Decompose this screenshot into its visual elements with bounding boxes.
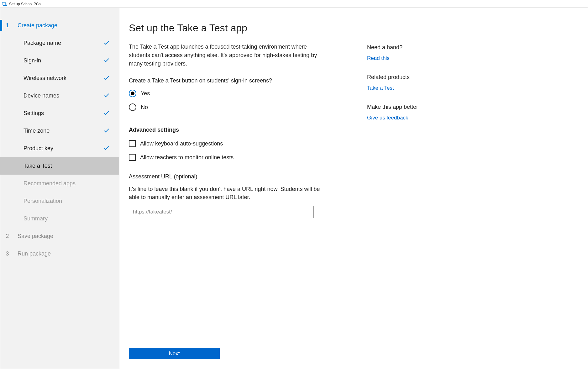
subitem-recommended-apps[interactable]: Recommended apps [0, 175, 119, 192]
advanced-settings-heading: Advanced settings [129, 127, 323, 133]
radio-circle-icon [129, 103, 136, 111]
assessment-url-note: It's fine to leave this blank if you don… [129, 185, 323, 201]
related-link-take-a-test[interactable]: Take a Test [367, 85, 455, 91]
subitem-take-a-test[interactable]: Take a Test [0, 157, 119, 175]
subitem-personalization[interactable]: Personalization [0, 192, 119, 210]
feedback-heading: Make this app better [367, 104, 455, 110]
page-description: The Take a Test app launches a focused t… [129, 43, 323, 68]
help-heading: Need a hand? [367, 44, 455, 51]
checkmark-icon [103, 128, 110, 134]
step-3-run-package[interactable]: 3 Run package [0, 245, 119, 262]
subitem-package-name[interactable]: Package name [0, 34, 119, 52]
svg-rect-1 [3, 5, 5, 6]
subitem-time-zone[interactable]: Time zone [0, 122, 119, 140]
subitem-sign-in[interactable]: Sign-in [0, 52, 119, 69]
wizard-sidebar: 1 Create package Package name Sign-in Wi… [0, 8, 119, 369]
step-2-save-package[interactable]: 2 Save package [0, 227, 119, 245]
next-button[interactable]: Next [129, 348, 220, 359]
checkmark-icon [103, 40, 110, 46]
main-panel: Set up the Take a Test app The Take a Te… [119, 8, 588, 369]
checkmark-icon [103, 145, 110, 151]
create-button-radio-group: Yes No [129, 90, 323, 117]
checkmark-icon [103, 92, 110, 99]
app-window: Set up School PCs 1 Create package Packa… [0, 0, 588, 369]
radio-question: Create a Take a Test button on students'… [129, 77, 323, 84]
subitem-settings[interactable]: Settings [0, 104, 119, 122]
checkbox-box-icon [129, 154, 136, 161]
checkbox-allow-keyboard-suggestions[interactable]: Allow keyboard auto-suggestions [129, 140, 323, 147]
subitem-wireless-network[interactable]: Wireless network [0, 69, 119, 87]
radio-yes[interactable]: Yes [129, 90, 323, 97]
checkmark-icon [103, 75, 110, 81]
app-icon [2, 2, 7, 6]
related-products-heading: Related products [367, 74, 455, 81]
feedback-link[interactable]: Give us feedback [367, 115, 455, 121]
title-bar: Set up School PCs [0, 0, 588, 8]
radio-circle-icon [129, 90, 136, 97]
subitem-product-key[interactable]: Product key [0, 140, 119, 157]
checkbox-allow-teacher-monitor[interactable]: Allow teachers to monitor online tests [129, 154, 323, 161]
assessment-url-input[interactable] [129, 206, 314, 218]
subitem-summary[interactable]: Summary [0, 210, 119, 227]
assessment-url-label: Assessment URL (optional) [129, 173, 323, 180]
checkmark-icon [103, 110, 110, 116]
page-title: Set up the Take a Test app [129, 22, 323, 34]
help-link-read-this[interactable]: Read this [367, 55, 455, 61]
step-1-create-package[interactable]: 1 Create package [0, 17, 119, 34]
checkmark-icon [103, 57, 110, 64]
help-aside: Need a hand? Read this Related products … [367, 22, 455, 359]
window-title: Set up School PCs [9, 2, 41, 6]
checkbox-box-icon [129, 140, 136, 147]
radio-no[interactable]: No [129, 103, 323, 111]
subitem-device-names[interactable]: Device names [0, 87, 119, 104]
